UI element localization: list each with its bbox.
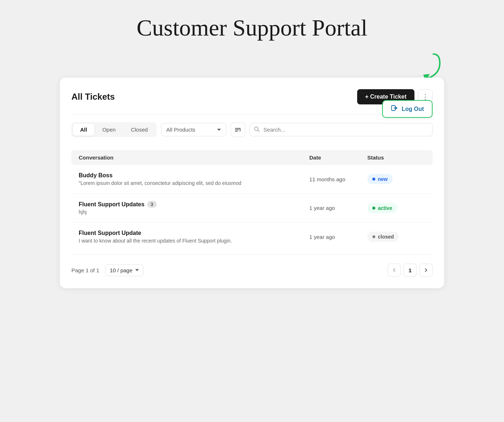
logout-icon <box>391 104 398 113</box>
card-footer: Page 1 of 1 10 / page 1 <box>71 255 433 277</box>
conversation-title: Buddy Boss <box>79 172 309 179</box>
status-badge: new <box>367 174 393 184</box>
page-title: Customer Support Portal <box>137 15 367 41</box>
chevron-down-icon <box>135 269 139 271</box>
card-title: All Tickets <box>71 92 115 102</box>
status-cell: closed <box>367 232 425 242</box>
conversation-title: Fluent Support Updates 3 <box>79 201 309 208</box>
tab-open[interactable]: Open <box>95 124 123 136</box>
page-number-button[interactable]: 1 <box>404 264 417 277</box>
tab-closed[interactable]: Closed <box>124 124 155 136</box>
status-dot-active <box>372 207 375 210</box>
status-badge: closed <box>367 232 399 242</box>
product-dropdown[interactable]: All Products <box>161 123 226 136</box>
date-cell: 11 months ago <box>309 176 367 182</box>
sort-icon <box>234 126 241 133</box>
table-row[interactable]: Fluent Support Updates 3 hjhj 1 year ago… <box>71 194 433 223</box>
search-icon <box>254 126 260 133</box>
conversation-preview: I want to know about all the recent upda… <box>79 238 309 244</box>
chevron-left-icon <box>391 267 397 273</box>
logout-popup[interactable]: Log Out <box>382 100 433 118</box>
per-page-select[interactable]: 10 / page <box>105 264 144 276</box>
conversation-preview: "Lorem ipsum dolor sit amet, consectetur… <box>79 180 309 186</box>
search-wrap <box>249 123 433 136</box>
sort-button[interactable] <box>231 123 245 137</box>
per-page-label: 10 / page <box>110 267 133 273</box>
date-cell: 1 year ago <box>309 234 367 240</box>
conversation-cell: Buddy Boss "Lorem ipsum dolor sit amet, … <box>79 172 309 186</box>
filter-tabs: All Open Closed <box>71 122 157 137</box>
header-divider <box>71 115 433 115</box>
arrow-annotation <box>60 52 444 81</box>
status-dot-closed <box>372 235 375 238</box>
conversation-title: Fluent Support Update <box>79 230 309 236</box>
col-date: Date <box>309 154 367 161</box>
card-header: All Tickets + Create Ticket ⋮ <box>71 89 433 104</box>
table-row[interactable]: Fluent Support Update I want to know abo… <box>71 223 433 251</box>
pagination: 1 <box>388 264 433 277</box>
status-badge: active <box>367 203 397 213</box>
page-info: Page 1 of 1 <box>71 267 99 273</box>
chevron-right-icon <box>423 267 429 273</box>
product-dropdown-label: All Products <box>166 127 195 133</box>
prev-page-button[interactable] <box>388 264 401 277</box>
logout-label: Log Out <box>402 106 424 112</box>
conversation-cell: Fluent Support Updates 3 hjhj <box>79 201 309 215</box>
col-conversation: Conversation <box>79 154 309 161</box>
date-cell: 1 year ago <box>309 205 367 211</box>
status-dot-new <box>372 178 375 181</box>
svg-line-6 <box>258 130 259 132</box>
search-input[interactable] <box>249 123 433 136</box>
table-body: Buddy Boss "Lorem ipsum dolor sit amet, … <box>71 165 433 251</box>
footer-left: Page 1 of 1 10 / page <box>71 264 144 276</box>
main-card: All Tickets + Create Ticket ⋮ Log Out Al… <box>60 78 444 288</box>
badge-count: 3 <box>147 201 156 208</box>
chevron-down-icon <box>217 129 221 131</box>
tab-all[interactable]: All <box>73 124 94 136</box>
col-status: Status <box>367 154 425 161</box>
filters-row: All Open Closed All Products <box>71 122 433 143</box>
conversation-preview: hjhj <box>79 209 309 215</box>
status-cell: new <box>367 174 425 184</box>
status-cell: active <box>367 203 425 213</box>
table-row[interactable]: Buddy Boss "Lorem ipsum dolor sit amet, … <box>71 165 433 194</box>
table-header: Conversation Date Status <box>71 150 433 165</box>
next-page-button[interactable] <box>420 264 433 277</box>
conversation-cell: Fluent Support Update I want to know abo… <box>79 230 309 244</box>
